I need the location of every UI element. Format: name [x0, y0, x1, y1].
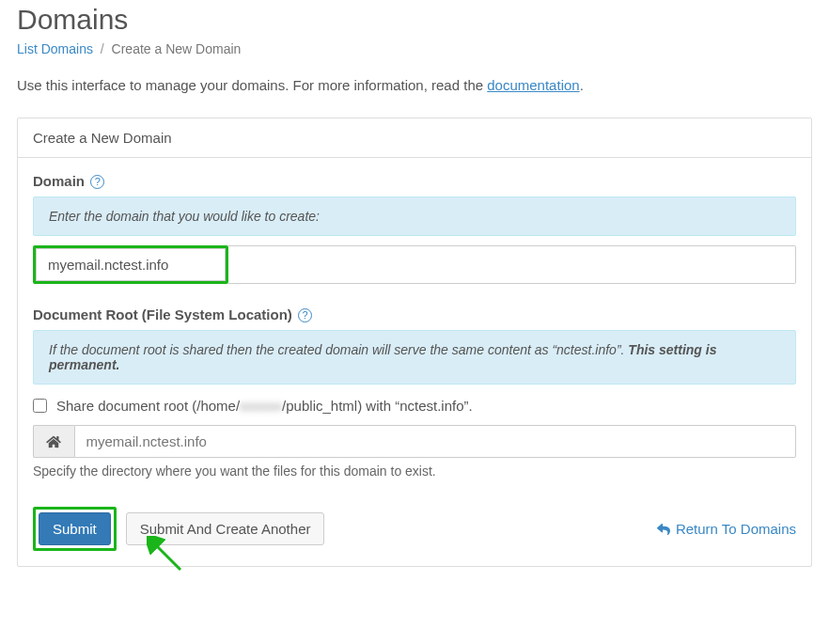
page-title: Domains: [17, 4, 812, 36]
share-docroot-checkbox[interactable]: [33, 399, 47, 413]
svg-line-0: [154, 543, 180, 570]
domain-input-extension: [228, 245, 796, 284]
help-icon[interactable]: ?: [90, 175, 104, 189]
docroot-hint: If the document root is shared then the …: [33, 330, 796, 385]
docroot-helper: Specify the directory where you want the…: [33, 463, 796, 479]
actions-row: Submit Submit And Create Another Return …: [33, 507, 796, 551]
share-docroot-row[interactable]: Share document root (/home/xxxxxx/public…: [33, 398, 796, 414]
return-to-domains-link[interactable]: Return To Domains: [638, 521, 796, 537]
return-arrow-icon: [638, 523, 651, 536]
documentation-link[interactable]: documentation: [487, 77, 579, 93]
share-docroot-label: Share document root (/home/xxxxxx/public…: [56, 398, 473, 414]
submit-button[interactable]: Submit: [39, 512, 111, 545]
breadcrumb-list-domains[interactable]: List Domains: [17, 41, 93, 56]
help-icon[interactable]: ?: [298, 308, 312, 322]
docroot-label: Document Root (File System Location) ?: [33, 306, 796, 322]
blurred-username: xxxxxx: [240, 398, 282, 414]
breadcrumb-separator: /: [101, 41, 104, 56]
domain-label: Domain ?: [33, 173, 796, 189]
domain-input[interactable]: [36, 248, 226, 281]
submit-and-create-another-button[interactable]: Submit And Create Another: [126, 512, 325, 545]
create-domain-panel: Create a New Domain Domain ? Enter the d…: [17, 118, 812, 567]
reply-arrow-icon: [657, 523, 670, 536]
domain-hint: Enter the domain that you would like to …: [33, 196, 796, 236]
docroot-input-group: [33, 425, 796, 458]
docroot-input[interactable]: [74, 425, 796, 458]
submit-highlight: Submit: [33, 507, 117, 551]
intro-text: Use this interface to manage your domain…: [17, 77, 812, 93]
breadcrumb: List Domains / Create a New Domain: [17, 41, 812, 56]
home-icon: [33, 425, 74, 458]
domain-input-highlight: [33, 245, 228, 284]
breadcrumb-current: Create a New Domain: [112, 41, 242, 56]
panel-header: Create a New Domain: [18, 118, 811, 158]
